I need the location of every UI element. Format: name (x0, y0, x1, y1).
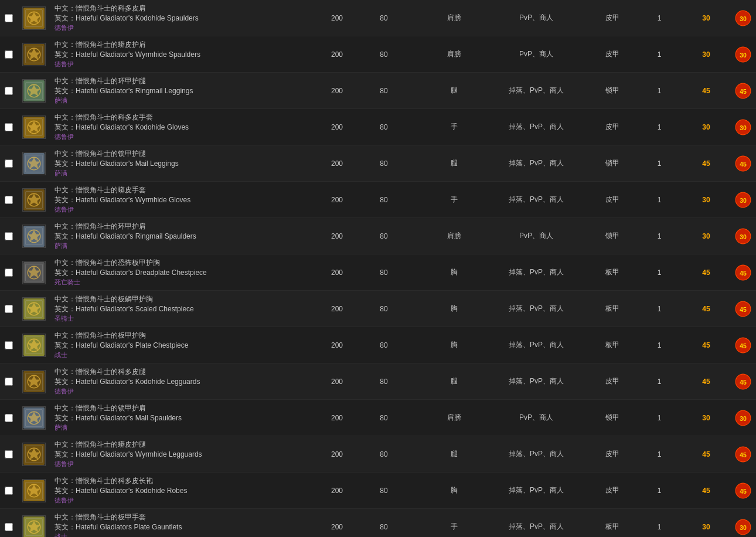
item-slot: 腿 (425, 449, 483, 459)
item-req-level: 80 (360, 487, 407, 495)
item-icon-11 (18, 370, 50, 393)
checkbox-input[interactable] (5, 14, 13, 22)
item-name-cn: 中文：憎恨角斗士的蟒皮护腿 (55, 440, 309, 450)
table-row: 中文：憎恨角斗士的锁甲护肩 英文：Hateful Gladiator's Mai… (0, 400, 756, 436)
item-icon-7 (18, 225, 50, 248)
item-name-en: 英文：Hateful Gladiator's Wyrmhide Spaulder… (55, 50, 309, 60)
item-source: 掉落、PvP、商人 (483, 304, 589, 314)
item-type: 皮甲 (589, 449, 636, 459)
checkbox-input[interactable] (5, 50, 13, 59)
item-req-level: 80 (360, 341, 407, 349)
item-num1: 1 (636, 50, 683, 59)
item-class: 战士 (55, 532, 309, 537)
checkbox-input[interactable] (5, 268, 13, 277)
item-name-8: 中文：憎恨角斗士的恐怖板甲护胸 英文：Hateful Gladiator's D… (50, 254, 314, 290)
item-name-en: 英文：Hateful Gladiator's Mail Leggings (55, 159, 309, 169)
item-num2: 45 (683, 487, 730, 495)
item-icon-14 (18, 479, 50, 502)
checkbox-input[interactable] (5, 159, 13, 168)
item-name-4: 中文：憎恨角斗士的科多皮手套 英文：Hateful Gladiator's Ko… (50, 109, 314, 145)
checkbox-input[interactable] (5, 196, 13, 204)
item-name-en: 英文：Hateful Gladiator's Scaled Chestpiece (55, 304, 309, 314)
item-num2: 45 (683, 87, 730, 95)
row-checkbox-3[interactable] (0, 87, 18, 95)
checkbox-input[interactable] (5, 523, 13, 531)
item-name-11: 中文：憎恨角斗士的科多皮腿 英文：Hateful Gladiator's Kod… (50, 363, 314, 399)
item-source: 掉落、PvP、商人 (483, 522, 589, 532)
item-name-cn: 中文：憎恨角斗士的锁甲护腿 (55, 149, 309, 159)
checkbox-input[interactable] (5, 123, 13, 131)
checkbox-input[interactable] (5, 487, 13, 495)
item-source: PvP、商人 (483, 413, 589, 423)
item-name-cn: 中文：憎恨角斗士的科多皮腿 (55, 367, 309, 377)
row-checkbox-14[interactable] (0, 487, 18, 495)
table-row: 中文：憎恨角斗士的板甲护胸 英文：Hateful Gladiator's Pla… (0, 327, 756, 363)
item-slot: 胸 (425, 304, 483, 314)
row-checkbox-6[interactable] (0, 196, 18, 204)
checkbox-input[interactable] (5, 450, 13, 458)
checkbox-input[interactable] (5, 87, 13, 95)
checkbox-input[interactable] (5, 305, 13, 313)
item-source: 掉落、PvP、商人 (483, 122, 589, 132)
item-icon-10 (18, 334, 50, 357)
table-row: 中文：憎恨角斗士的科多皮手套 英文：Hateful Gladiator's Ko… (0, 109, 756, 145)
row-checkbox-4[interactable] (0, 123, 18, 131)
row-checkbox-2[interactable] (0, 50, 18, 59)
checkbox-input[interactable] (5, 232, 13, 240)
item-req-level: 80 (360, 305, 407, 313)
svg-text:45: 45 (740, 487, 747, 494)
item-num1: 1 (636, 450, 683, 458)
row-checkbox-13[interactable] (0, 450, 18, 458)
item-icon-1 (18, 6, 50, 30)
item-icon-9 (18, 297, 50, 321)
row-checkbox-8[interactable] (0, 268, 18, 277)
item-type: 皮甲 (589, 485, 636, 495)
item-num1: 1 (636, 487, 683, 495)
row-checkbox-9[interactable] (0, 305, 18, 313)
item-type: 锁甲 (589, 86, 636, 96)
item-name-en: 英文：Hateful Gladiator's Kodohide Legguard… (55, 377, 309, 387)
item-name-5: 中文：憎恨角斗士的锁甲护腿 英文：Hateful Gladiator's Mai… (50, 145, 314, 181)
item-level: 200 (314, 487, 360, 495)
item-name-cn: 中文：憎恨角斗士的恐怖板甲护胸 (55, 258, 309, 268)
item-name-cn: 中文：憎恨角斗士的板甲手套 (55, 512, 309, 522)
table-row: 中文：憎恨角斗士的科多皮长袍 英文：Hateful Gladiator's Ko… (0, 473, 756, 509)
item-slot: 手 (425, 122, 483, 132)
item-name-9: 中文：憎恨角斗士的板鳞甲护胸 英文：Hateful Gladiator's Sc… (50, 291, 314, 327)
item-name-en: 英文：Hateful Gladiator's Wyrmhide Gloves (55, 195, 309, 205)
item-class: 萨满 (55, 423, 309, 432)
checkbox-input[interactable] (5, 341, 13, 349)
row-checkbox-7[interactable] (0, 232, 18, 240)
item-name-cn: 中文：憎恨角斗士的蟒皮护肩 (55, 40, 309, 50)
item-name-1: 中文：憎恨角斗士的科多皮肩 英文：Hateful Gladiator's Kod… (50, 0, 314, 36)
item-slot: 胸 (425, 340, 483, 350)
item-type: 板甲 (589, 522, 636, 532)
row-checkbox-1[interactable] (0, 14, 18, 22)
item-req-level: 80 (360, 50, 407, 59)
row-checkbox-5[interactable] (0, 159, 18, 168)
item-slot: 胸 (425, 267, 483, 277)
item-name-en: 英文：Hateful Gladiator's Ringmail Leggings (55, 86, 309, 96)
checkbox-input[interactable] (5, 414, 13, 422)
item-num2: 45 (683, 268, 730, 277)
item-source: PvP、商人 (483, 13, 589, 23)
row-checkbox-11[interactable] (0, 378, 18, 386)
item-end-icon: 30 (730, 10, 756, 26)
item-name-en: 英文：Hateful Gladiator's Kodohide Spaulder… (55, 13, 309, 23)
item-name-cn: 中文：憎恨角斗士的环甲护肩 (55, 222, 309, 232)
item-num1: 1 (636, 196, 683, 204)
svg-text:30: 30 (740, 51, 747, 58)
item-source: 掉落、PvP、商人 (483, 449, 589, 459)
row-checkbox-15[interactable] (0, 523, 18, 531)
item-type: 皮甲 (589, 13, 636, 23)
item-req-level: 80 (360, 450, 407, 458)
item-name-cn: 中文：憎恨角斗士的环甲护腿 (55, 76, 309, 86)
item-num1: 1 (636, 268, 683, 277)
checkbox-input[interactable] (5, 378, 13, 386)
item-name-cn: 中文：憎恨角斗士的板鳞甲护胸 (55, 294, 309, 304)
row-checkbox-12[interactable] (0, 414, 18, 422)
item-num1: 1 (636, 87, 683, 95)
item-slot: 手 (425, 522, 483, 532)
item-level: 200 (314, 50, 360, 59)
row-checkbox-10[interactable] (0, 341, 18, 349)
